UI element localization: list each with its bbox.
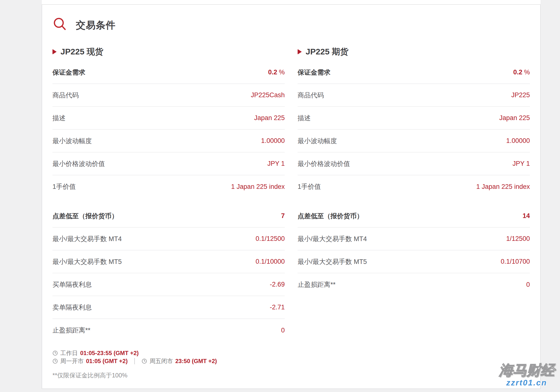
play-triangle-icon bbox=[298, 49, 302, 54]
row-value: JP225Cash bbox=[251, 91, 285, 99]
trading-hours-open-close: 周一开市 01:05 (GMT +2) 周五闭市 23:50 (GMT +2) bbox=[52, 357, 530, 365]
play-triangle-icon bbox=[52, 49, 57, 54]
section-title: JP225 期货 bbox=[306, 46, 348, 57]
row-value: 1.00000 bbox=[261, 137, 285, 145]
table-row: 1手价值 1 Japan 225 index bbox=[298, 175, 530, 198]
row-label: 商品代码 bbox=[52, 91, 79, 100]
row-label: 最小/最大交易手数 MT5 bbox=[298, 257, 367, 266]
row-label: 买单隔夜利息 bbox=[52, 280, 92, 289]
row-label: 保证金需求 bbox=[52, 68, 85, 77]
column-jp225-spot: JP225 现货 保证金需求 0.2% 商品代码 JP225Cash 描述 Ja… bbox=[52, 46, 285, 342]
rows-group-1: 保证金需求 0.2% 商品代码 JP225Cash 描述 Japan 225 最… bbox=[52, 61, 285, 198]
row-value-suffix: % bbox=[524, 69, 530, 76]
page-title: 交易条件 bbox=[76, 19, 116, 32]
row-label: 最小价格波动价值 bbox=[298, 160, 350, 168]
workday-label: 工作日 bbox=[60, 349, 78, 357]
rows-group-2: 点差低至（报价货币） 7 最小/最大交易手数 MT4 0.1/12500 最小/… bbox=[52, 205, 285, 342]
table-row: 最小价格波动价值 JPY 1 bbox=[52, 152, 285, 175]
section-title: JP225 现货 bbox=[60, 46, 103, 57]
margin-note: **仅限保证金比例高于100% bbox=[52, 371, 530, 379]
row-label: 点差低至（报价货币） bbox=[298, 212, 363, 221]
clock-icon bbox=[52, 359, 58, 364]
table-row: 点差低至（报价货币） 14 bbox=[298, 205, 530, 228]
row-label: 最小/最大交易手数 MT4 bbox=[298, 234, 367, 243]
row-label: 最小波动幅度 bbox=[52, 137, 92, 145]
row-value: 1/12500 bbox=[506, 235, 530, 242]
table-row: 卖单隔夜利息 -2.71 bbox=[52, 296, 285, 319]
row-value: 14 bbox=[523, 212, 530, 220]
table-row: 点差低至（报价货币） 7 bbox=[52, 205, 285, 228]
column-jp225-futures: JP225 期货 保证金需求 0.2% 商品代码 JP225 描述 Japan … bbox=[298, 46, 530, 342]
table-row: 最小/最大交易手数 MT4 1/12500 bbox=[298, 228, 530, 250]
monday-open-time: 01:05 (GMT +2) bbox=[86, 358, 128, 364]
table-row: 买单隔夜利息 -2.69 bbox=[52, 273, 285, 296]
table-row: 商品代码 JP225Cash bbox=[52, 84, 285, 107]
row-label: 最小波动幅度 bbox=[298, 137, 337, 145]
table-row: 描述 Japan 225 bbox=[52, 107, 285, 130]
table-row: 止盈损距离** 0 bbox=[298, 273, 530, 296]
table-row: 描述 Japan 225 bbox=[298, 107, 530, 130]
table-row: 保证金需求 0.2% bbox=[298, 61, 530, 84]
row-value: 0.1/12500 bbox=[256, 235, 285, 242]
table-row: 最小价格波动价值 JPY 1 bbox=[298, 152, 530, 175]
row-label: 描述 bbox=[298, 114, 311, 122]
clock-icon bbox=[52, 351, 58, 356]
clock-icon bbox=[142, 359, 147, 364]
row-value: JPY 1 bbox=[512, 160, 530, 167]
row-value: 0 bbox=[281, 327, 285, 334]
workday-time: 01:05-23:55 (GMT +2) bbox=[80, 350, 139, 357]
monday-open-label: 周一开市 bbox=[60, 357, 84, 365]
watermark-url: zzrt01.cn bbox=[493, 379, 560, 387]
table-row: 保证金需求 0.2% bbox=[52, 61, 285, 84]
table-row: 商品代码 JP225 bbox=[298, 84, 530, 107]
friday-close-label: 周五闭市 bbox=[150, 357, 173, 365]
watermark: 海马财经 zzrt01.cn bbox=[493, 363, 560, 387]
table-row: 最小波动幅度 1.00000 bbox=[298, 130, 530, 152]
table-row: 止盈损距离** 0 bbox=[52, 319, 285, 342]
section-header-spot: JP225 现货 bbox=[52, 46, 285, 57]
row-label: 点差低至（报价货币） bbox=[52, 212, 118, 221]
row-label: 最小/最大交易手数 MT4 bbox=[52, 234, 122, 243]
rows-group-1: 保证金需求 0.2% 商品代码 JP225 描述 Japan 225 最小波动幅… bbox=[298, 61, 530, 198]
row-label: 最小价格波动价值 bbox=[52, 160, 105, 168]
row-label: 保证金需求 bbox=[298, 68, 330, 77]
search-icon bbox=[52, 17, 68, 33]
section-header-futures: JP225 期货 bbox=[298, 46, 530, 57]
row-value: 0.1/10000 bbox=[256, 258, 285, 265]
row-value: JPY 1 bbox=[267, 160, 285, 167]
row-label: 卖单隔夜利息 bbox=[52, 303, 92, 312]
row-value: 0.2% bbox=[513, 69, 530, 76]
row-value: -2.71 bbox=[270, 303, 285, 311]
columns: JP225 现货 保证金需求 0.2% 商品代码 JP225Cash 描述 Ja… bbox=[52, 46, 530, 342]
table-row: 最小波动幅度 1.00000 bbox=[52, 130, 285, 152]
table-row: 最小/最大交易手数 MT5 0.1/10700 bbox=[298, 250, 530, 273]
row-label: 描述 bbox=[52, 114, 66, 122]
row-value: 1 Japan 225 index bbox=[231, 183, 285, 191]
row-value: JP225 bbox=[511, 91, 530, 99]
divider bbox=[134, 358, 135, 364]
watermark-brand: 海马财经 bbox=[493, 363, 560, 377]
row-label: 1手价值 bbox=[52, 182, 76, 191]
top-strip bbox=[42, 0, 540, 4]
row-label: 1手价值 bbox=[298, 182, 321, 191]
row-value: -2.69 bbox=[270, 281, 285, 288]
rows-group-2: 点差低至（报价货币） 14 最小/最大交易手数 MT4 1/12500 最小/最… bbox=[298, 205, 530, 296]
row-label: 最小/最大交易手数 MT5 bbox=[52, 257, 122, 266]
row-label: 止盈损距离** bbox=[298, 280, 336, 289]
table-row: 最小/最大交易手数 MT5 0.1/10000 bbox=[52, 250, 285, 273]
row-value: 7 bbox=[281, 212, 285, 220]
row-label: 止盈损距离** bbox=[52, 326, 90, 335]
trading-hours-workday: 工作日 01:05-23:55 (GMT +2) bbox=[52, 349, 530, 357]
row-value: 0 bbox=[526, 281, 530, 289]
row-value-suffix: % bbox=[279, 69, 285, 76]
table-row: 1手价值 1 Japan 225 index bbox=[52, 175, 285, 198]
trading-hours: 工作日 01:05-23:55 (GMT +2) 周一开市 01:05 (GMT… bbox=[52, 349, 530, 379]
row-label: 商品代码 bbox=[298, 91, 324, 100]
trading-conditions-card: 交易条件 JP225 现货 保证金需求 0.2% 商品代码 JP225Cash … bbox=[42, 4, 540, 389]
table-row: 最小/最大交易手数 MT4 0.1/12500 bbox=[52, 228, 285, 250]
row-value: 0.2% bbox=[268, 69, 285, 76]
friday-close-time: 23:50 (GMT +2) bbox=[175, 358, 217, 364]
row-value: 0.1/10700 bbox=[501, 258, 530, 265]
row-value: Japan 225 bbox=[499, 114, 530, 122]
page-header: 交易条件 bbox=[52, 17, 530, 33]
